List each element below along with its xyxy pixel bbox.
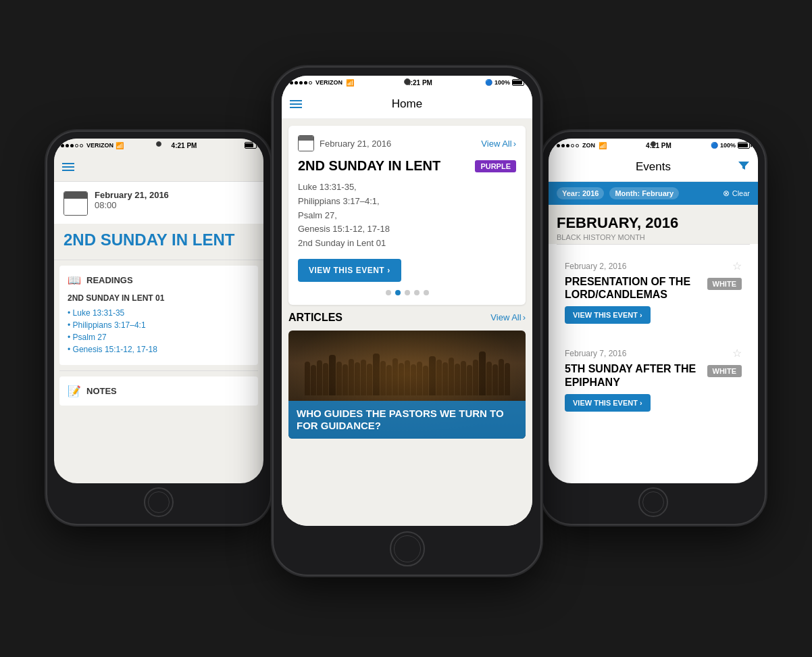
home-button-left[interactable] — [144, 487, 174, 517]
articles-view-all[interactable]: View All › — [490, 312, 526, 322]
readings-text-center: Luke 13:31-35, Philippians 3:17–4:1, Psa… — [298, 180, 516, 251]
event-date-2: February 7, 2016 — [565, 349, 626, 358]
month-header: FEBRUARY, 2016 BLACK HISTORY MONTH — [549, 205, 758, 244]
event-title-left: 2ND SUNDAY IN LENT — [64, 230, 254, 250]
carousel-dots — [298, 290, 516, 295]
view-event-btn-1[interactable]: VIEW THIS EVENT › — [565, 306, 702, 324]
star-icon-1[interactable]: ☆ — [732, 260, 742, 272]
dot-5[interactable] — [424, 290, 429, 295]
color-badge-1: WHITE — [707, 278, 742, 290]
event-item-1: February 2, 2016 ☆ PRESENTATION OF THE L… — [557, 251, 750, 332]
article-title: WHO GUIDES THE PASTORS WE TURN TO FOR GU… — [297, 408, 517, 432]
event-item-2: February 7, 2016 ☆ 5TH SUNDAY AFTER THE … — [557, 339, 750, 419]
event-title-right-2: 5TH SUNDAY AFTER THE EPIPHANY — [565, 362, 702, 388]
reading-item[interactable]: Psalm 27 — [68, 333, 250, 342]
article-card[interactable]: WHO GUIDES THE PASTORS WE TURN TO FOR GU… — [288, 331, 526, 439]
home-button-right[interactable] — [638, 487, 668, 517]
status-carrier-right: ZON 📶 — [557, 142, 607, 149]
status-time-right: 4:21 PM — [646, 142, 671, 149]
readings-subtitle: 2ND SUNDAY IN LENT 01 — [68, 293, 250, 303]
reading-item[interactable]: Philippians 3:17–4:1 — [68, 320, 250, 330]
year-filter[interactable]: Year: 2016 — [557, 187, 604, 199]
event-header-card: February 21, 2016 08:00 — [54, 182, 263, 224]
status-time-left: 4:21 PM — [172, 142, 197, 149]
view-event-button[interactable]: VIEW THIS EVENT › — [298, 259, 516, 282]
view-event-btn-2[interactable]: VIEW THIS EVENT › — [565, 394, 702, 412]
book-icon: 📖 — [68, 274, 81, 287]
month-title: FEBRUARY, 2016 — [557, 214, 750, 232]
dot-2[interactable] — [395, 290, 401, 295]
month-filter[interactable]: Month: February — [609, 187, 679, 199]
articles-title: ARTICLES — [288, 312, 342, 324]
cal-mini-center — [298, 135, 314, 151]
nav-title-center: Home — [392, 97, 422, 111]
home-button-center[interactable] — [390, 531, 425, 566]
notes-icon: 📝 — [68, 385, 81, 397]
reading-item[interactable]: Genesis 15:1-12, 17-18 — [68, 345, 250, 354]
filter-icon — [738, 160, 750, 172]
view-all-link-center[interactable]: View All › — [481, 139, 516, 149]
article-overlay: WHO GUIDES THE PASTORS WE TURN TO FOR GU… — [288, 401, 526, 439]
event-date-1: February 2, 2016 — [565, 262, 626, 271]
phone-right: ZON 📶 4:21 PM 🔵 100% Events — [542, 132, 765, 524]
star-icon-2[interactable]: ☆ — [732, 347, 742, 360]
clear-filter-button[interactable]: ⊗ Clear — [723, 189, 750, 198]
event-title-area: 2ND SUNDAY IN LENT — [54, 224, 263, 260]
nav-title-right: Events — [636, 160, 671, 174]
month-subtitle: BLACK HISTORY MONTH — [557, 233, 750, 241]
phone-left: VERIZON 📶 4:21 PM — [47, 132, 270, 524]
event-carousel-card: February 21, 2016 View All › 2ND SUNDAY … — [288, 126, 526, 305]
dot-4[interactable] — [414, 290, 420, 295]
color-badge-2: WHITE — [707, 365, 742, 377]
filter-button[interactable] — [738, 160, 750, 174]
articles-section: ARTICLES View All › — [282, 312, 532, 439]
readings-card: 📖 READINGS 2ND SUNDAY IN LENT 01 Luke 13… — [59, 266, 258, 365]
menu-button-center[interactable] — [290, 100, 302, 108]
phone-center: VERIZON 📶 4:21 PM 🔵 100% — [274, 68, 540, 575]
filter-bar: Year: 2016 Month: February ⊗ Clear — [549, 182, 758, 205]
carousel-date: February 21, 2016 — [320, 139, 391, 149]
notes-label: NOTES — [86, 386, 117, 396]
event-date-time: February 21, 2016 08:00 — [95, 190, 169, 210]
notes-card: 📝 NOTES — [59, 376, 258, 406]
readings-list: Luke 13:31-35 Philippians 3:17–4:1 Psalm… — [68, 308, 250, 354]
reading-item[interactable]: Luke 13:31-35 — [68, 308, 250, 318]
menu-button-left[interactable] — [62, 163, 74, 171]
status-carrier-left: VERIZON 📶 — [61, 142, 124, 149]
dot-1[interactable] — [386, 290, 391, 295]
readings-label: READINGS — [86, 275, 133, 285]
color-badge-center: PURPLE — [475, 160, 516, 172]
status-time-center: 4:21 PM — [407, 79, 432, 87]
event-title-right-1: PRESENTATION OF THE LORD/CANDLEMAS — [565, 275, 702, 301]
dot-3[interactable] — [405, 290, 410, 295]
status-carrier-center: VERIZON 📶 — [290, 79, 354, 87]
events-list: February 2, 2016 ☆ PRESENTATION OF THE L… — [549, 251, 758, 420]
scene: VERIZON 📶 4:21 PM — [0, 0, 812, 657]
event-name-center: 2ND SUNDAY IN LENT — [298, 158, 440, 174]
calendar-icon — [64, 191, 88, 216]
